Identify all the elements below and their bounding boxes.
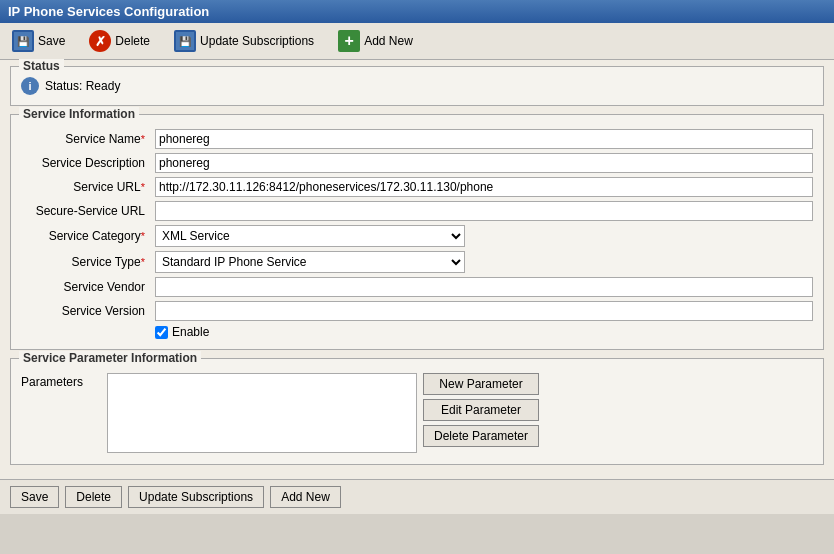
service-name-input[interactable] bbox=[155, 129, 813, 149]
parameters-textarea[interactable] bbox=[107, 373, 417, 453]
update-subscriptions-button[interactable]: 💾 Update Subscriptions bbox=[170, 28, 318, 54]
save-button[interactable]: 💾 Save bbox=[8, 28, 69, 54]
save-label: Save bbox=[38, 34, 65, 48]
service-type-select[interactable]: Standard IP Phone Service Enhanced IP Ph… bbox=[155, 251, 465, 273]
delete-icon: ✗ bbox=[89, 30, 111, 52]
edit-parameter-button[interactable]: Edit Parameter bbox=[423, 399, 539, 421]
parameters-label: Parameters bbox=[21, 373, 101, 389]
bottom-add-new-button[interactable]: Add New bbox=[270, 486, 341, 508]
service-type-label: Service Type* bbox=[21, 255, 151, 269]
enable-checkbox[interactable] bbox=[155, 326, 168, 339]
title-bar: IP Phone Services Configuration bbox=[0, 0, 834, 23]
service-description-label: Service Description bbox=[21, 156, 151, 170]
bottom-save-button[interactable]: Save bbox=[10, 486, 59, 508]
update-subscriptions-label: Update Subscriptions bbox=[200, 34, 314, 48]
bottom-update-subscriptions-button[interactable]: Update Subscriptions bbox=[128, 486, 264, 508]
service-name-label: Service Name* bbox=[21, 132, 151, 146]
service-vendor-input[interactable] bbox=[155, 277, 813, 297]
service-category-label: Service Category* bbox=[21, 229, 151, 243]
service-parameter-section: Service Parameter Information Parameters… bbox=[10, 358, 824, 465]
new-parameter-button[interactable]: New Parameter bbox=[423, 373, 539, 395]
parameter-buttons: New Parameter Edit Parameter Delete Para… bbox=[423, 373, 539, 447]
status-text: Status: Ready bbox=[45, 79, 120, 93]
top-toolbar: 💾 Save ✗ Delete 💾 Update Subscriptions +… bbox=[0, 23, 834, 60]
service-category-select[interactable]: XML Service Extended Service Directory bbox=[155, 225, 465, 247]
status-section-title: Status bbox=[19, 59, 64, 73]
delete-button[interactable]: ✗ Delete bbox=[85, 28, 154, 54]
add-new-button[interactable]: + Add New bbox=[334, 28, 417, 54]
service-form: Service Name* Service Description Servic… bbox=[21, 129, 813, 321]
status-section: Status i Status: Ready bbox=[10, 66, 824, 106]
service-url-label: Service URL* bbox=[21, 180, 151, 194]
add-new-label: Add New bbox=[364, 34, 413, 48]
service-vendor-label: Service Vendor bbox=[21, 280, 151, 294]
service-parameter-title: Service Parameter Information bbox=[19, 351, 201, 365]
parameters-textarea-wrapper bbox=[107, 373, 417, 456]
enable-row: Enable bbox=[21, 321, 813, 341]
service-info-title: Service Information bbox=[19, 107, 139, 121]
service-version-input[interactable] bbox=[155, 301, 813, 321]
secure-service-url-input[interactable] bbox=[155, 201, 813, 221]
add-icon: + bbox=[338, 30, 360, 52]
service-version-label: Service Version bbox=[21, 304, 151, 318]
info-icon: i bbox=[21, 77, 39, 95]
update-icon: 💾 bbox=[174, 30, 196, 52]
secure-service-url-label: Secure-Service URL bbox=[21, 204, 151, 218]
service-url-input[interactable] bbox=[155, 177, 813, 197]
delete-label: Delete bbox=[115, 34, 150, 48]
bottom-toolbar: Save Delete Update Subscriptions Add New bbox=[0, 479, 834, 514]
bottom-delete-button[interactable]: Delete bbox=[65, 486, 122, 508]
save-icon: 💾 bbox=[12, 30, 34, 52]
service-description-input[interactable] bbox=[155, 153, 813, 173]
page-title: IP Phone Services Configuration bbox=[8, 4, 209, 19]
delete-parameter-button[interactable]: Delete Parameter bbox=[423, 425, 539, 447]
main-content: Status i Status: Ready Service Informati… bbox=[0, 60, 834, 479]
enable-label: Enable bbox=[172, 325, 209, 339]
service-information-section: Service Information Service Name* Servic… bbox=[10, 114, 824, 350]
